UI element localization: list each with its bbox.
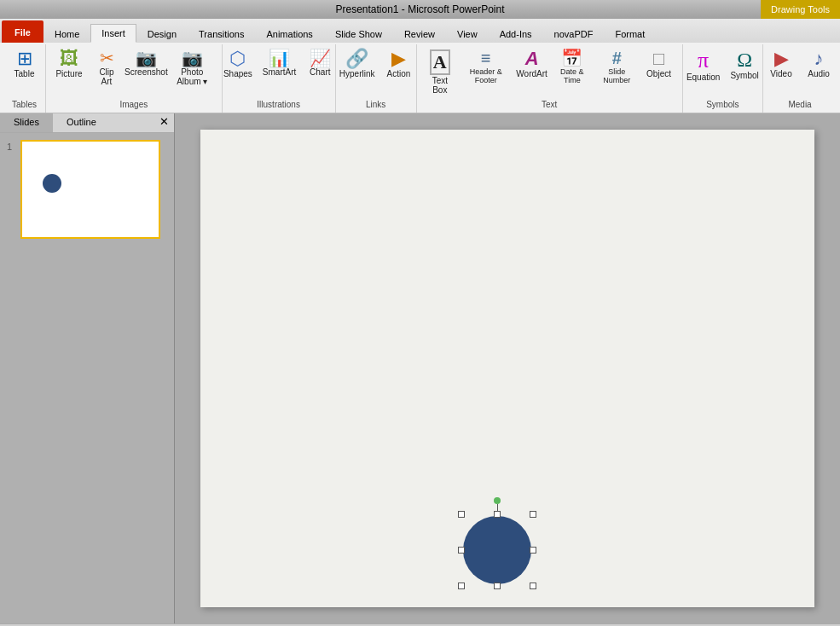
tab-transitions[interactable]: Transitions — [188, 24, 255, 43]
handle-bot-right[interactable] — [530, 583, 536, 589]
wordart-icon: A — [525, 49, 539, 68]
group-tables-label: Tables — [12, 98, 37, 111]
tab-home[interactable]: Home — [43, 24, 90, 43]
btn-action-label: Action — [387, 69, 411, 78]
group-media-items: ▶ Video ♪ Audio — [763, 46, 837, 98]
action-icon: ▶ — [391, 49, 406, 68]
shapes-icon: ⬡ — [229, 49, 246, 68]
tab-view[interactable]: View — [446, 24, 489, 43]
group-symbols-items: π Equation Ω Symbol — [682, 46, 763, 98]
btn-screenshot[interactable]: 📷 Screenshot — [126, 46, 166, 80]
btn-photoalbum[interactable]: 📷 Photo Album ▾ — [168, 46, 217, 90]
tab-review[interactable]: Review — [393, 24, 446, 43]
btn-chart-label: Chart — [310, 67, 330, 77]
tab-design[interactable]: Design — [136, 24, 188, 43]
handle-top-right[interactable] — [530, 511, 536, 518]
group-media: ▶ Video ♪ Audio Media — [763, 44, 837, 113]
handle-mid-right[interactable] — [530, 547, 536, 554]
shape-container[interactable] — [456, 509, 538, 591]
slidenumber-icon: # — [612, 49, 622, 67]
tab-addins[interactable]: Add-Ins — [489, 24, 543, 43]
slide-thumbnail-1[interactable] — [20, 140, 160, 239]
group-tables-items: ⊞ Table — [7, 46, 43, 98]
btn-equation[interactable]: π Equation — [682, 46, 724, 85]
btn-textbox-label: Text Box — [426, 76, 454, 95]
chart-icon: 📈 — [310, 49, 331, 67]
btn-video[interactable]: ▶ Video — [763, 46, 799, 82]
btn-headerfooter[interactable]: ≡ Header & Footer — [460, 46, 513, 88]
textbox-icon: A — [430, 49, 450, 75]
btn-shapes-label: Shapes — [223, 69, 252, 78]
btn-action[interactable]: ▶ Action — [381, 46, 417, 82]
group-links: 🔗 Hyperlink ▶ Action Links — [336, 44, 417, 113]
btn-symbol-label: Symbol — [730, 71, 758, 80]
btn-screenshot-label: Screenshot — [125, 67, 168, 77]
tab-slideshow[interactable]: Slide Show — [324, 24, 393, 43]
handle-mid-left[interactable] — [458, 547, 465, 554]
btn-wordart[interactable]: A WordArt — [514, 46, 550, 82]
group-tables: ⊞ Table Tables — [3, 44, 46, 113]
slide-canvas[interactable] — [200, 130, 814, 607]
group-symbols-label: Symbols — [706, 98, 739, 111]
btn-datetime[interactable]: 📅 Date & Time — [552, 46, 594, 88]
slides-panel: 1 — [0, 133, 174, 623]
btn-table-label: Table — [14, 69, 35, 78]
btn-clipart[interactable]: ✂ Clip Art — [89, 46, 125, 90]
btn-hyperlink[interactable]: 🔗 Hyperlink — [335, 46, 379, 82]
btn-smartart[interactable]: 📊 SmartArt — [258, 46, 300, 80]
left-panel: Slides Outline ✕ 1 — [0, 113, 175, 623]
handle-top-left[interactable] — [458, 511, 465, 518]
group-text-label: Text — [542, 98, 557, 111]
handle-top-mid[interactable] — [494, 511, 501, 518]
btn-wordart-label: WordArt — [516, 69, 547, 78]
group-illustrations-label: Illustrations — [257, 98, 300, 111]
btn-video-label: Video — [770, 69, 791, 78]
handle-bot-left[interactable] — [458, 583, 465, 589]
tab-format[interactable]: Format — [604, 24, 656, 43]
app-body: Slides Outline ✕ 1 — [0, 113, 840, 623]
handle-rotate[interactable] — [494, 497, 501, 504]
btn-audio[interactable]: ♪ Audio — [801, 46, 837, 82]
main-area — [175, 113, 840, 623]
btn-slidenumber[interactable]: # Slide Number — [594, 46, 639, 88]
picture-icon: 🖼 — [60, 49, 78, 68]
shape-circle[interactable] — [463, 516, 531, 584]
btn-equation-label: Equation — [686, 72, 720, 82]
group-symbols: π Equation Ω Symbol Symbols — [683, 44, 764, 113]
btn-picture-label: Picture — [55, 69, 82, 78]
group-text-items: A Text Box ≡ Header & Footer A WordArt 📅… — [422, 46, 677, 98]
btn-symbol[interactable]: Ω Symbol — [726, 46, 762, 84]
btn-picture[interactable]: 🖼 Picture — [51, 46, 87, 82]
equation-icon: π — [698, 49, 709, 72]
group-links-items: 🔗 Hyperlink ▶ Action — [335, 46, 417, 98]
tab-insert[interactable]: Insert — [90, 24, 136, 43]
btn-shapes[interactable]: ⬡ Shapes — [219, 46, 257, 82]
panel-tab-outline[interactable]: Outline — [53, 113, 110, 132]
panel-tab-slides[interactable]: Slides — [0, 113, 53, 132]
btn-photoalbum-label: Photo Album ▾ — [172, 67, 212, 86]
screenshot-icon: 📷 — [136, 49, 157, 67]
object-icon: □ — [653, 49, 664, 68]
btn-chart[interactable]: 📈 Chart — [302, 46, 338, 80]
btn-table[interactable]: ⊞ Table — [7, 46, 43, 82]
tab-file[interactable]: File — [2, 20, 43, 43]
headerfooter-icon: ≡ — [481, 49, 491, 67]
btn-object-label: Object — [646, 69, 671, 78]
panel-close-button[interactable]: ✕ — [154, 113, 174, 132]
tab-novapdf[interactable]: novaPDF — [543, 24, 605, 43]
ribbon-tabs: File Home Insert Design Transitions Anim… — [0, 19, 840, 43]
title-bar: Presentation1 - Microsoft PowerPoint Dra… — [0, 0, 840, 19]
clipart-icon: ✂ — [100, 49, 114, 67]
photoalbum-icon: 📷 — [182, 49, 203, 67]
btn-textbox[interactable]: A Text Box — [422, 46, 458, 98]
btn-audio-label: Audio — [808, 69, 830, 78]
btn-object[interactable]: □ Object — [641, 46, 677, 82]
handle-bot-mid[interactable] — [494, 583, 501, 589]
btn-slidenumber-label: Slide Number — [599, 67, 634, 84]
btn-headerfooter-label: Header & Footer — [464, 67, 508, 84]
group-images-label: Images — [119, 98, 148, 111]
group-illustrations-items: ⬡ Shapes 📊 SmartArt 📈 Chart — [219, 46, 338, 98]
tab-animations[interactable]: Animations — [255, 24, 323, 43]
smartart-icon: 📊 — [269, 49, 290, 67]
hyperlink-icon: 🔗 — [345, 49, 368, 68]
